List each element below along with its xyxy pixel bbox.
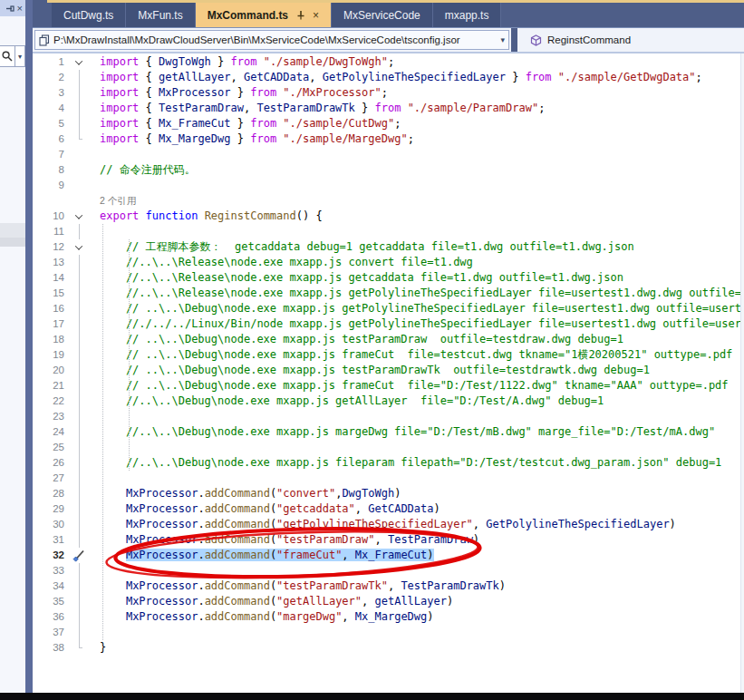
line-number: 25 bbox=[33, 440, 69, 455]
code-text bbox=[89, 563, 100, 578]
code-row: 11 bbox=[33, 224, 744, 239]
selected-code: MxProcessor.addCommand("frameCut", Mx_Fr… bbox=[126, 549, 434, 561]
fold-guide bbox=[69, 640, 89, 656]
fold-chevron-icon[interactable] bbox=[69, 239, 89, 255]
line-number: 38 bbox=[33, 640, 69, 656]
tab-mxapp-ts[interactable]: mxapp.ts bbox=[433, 3, 502, 27]
fold-guide bbox=[69, 332, 89, 347]
code-text: import { getAllLayer, GetCADData, GetPol… bbox=[89, 70, 702, 85]
fold-guide bbox=[69, 85, 89, 101]
pin-icon[interactable] bbox=[296, 10, 305, 20]
tabs: CutDwg.tsMxFun.tsMxCommand.ts×MxServiceC… bbox=[52, 3, 501, 27]
line-number: 13 bbox=[33, 255, 69, 270]
search-dropdown-caret[interactable]: ▾ bbox=[14, 46, 24, 66]
search-icon bbox=[1, 50, 14, 63]
code-text: import { DwgToWgh } from "./sample/DwgTo… bbox=[89, 54, 394, 70]
fold-guide bbox=[69, 424, 89, 440]
panel-list-row[interactable] bbox=[0, 238, 25, 247]
code-row: 37 bbox=[33, 625, 744, 640]
fold-guide bbox=[69, 409, 89, 424]
code-text: //..\..\Debug\node.exe mxapp.js getAllLa… bbox=[89, 394, 604, 409]
tool-panel-caption: × bbox=[0, 0, 25, 16]
tab-close-icon[interactable]: × bbox=[313, 9, 319, 22]
code-text bbox=[89, 471, 100, 486]
fold-guide bbox=[69, 316, 89, 332]
code-row: 13 //..\..\Release\node.exe mxapp.js con… bbox=[33, 255, 744, 270]
code-row: 24 //..\..\Debug\node.exe mxapp.js marge… bbox=[33, 424, 744, 440]
fold-guide bbox=[69, 147, 89, 162]
code-text: //..\..\Debug\node.exe mxapp.js margeDwg… bbox=[89, 424, 715, 440]
line-number: 30 bbox=[33, 517, 69, 532]
code-text bbox=[89, 440, 100, 455]
tab-mxfun-ts[interactable]: MxFun.ts bbox=[126, 3, 195, 27]
code-text: //..\..\Release\node.exe mxapp.js conver… bbox=[89, 255, 473, 270]
line-number: 11 bbox=[33, 224, 69, 239]
code-row: 26 //..\..\Debug\node.exe mxapp.js filep… bbox=[33, 455, 744, 471]
fold-chevron-icon[interactable] bbox=[69, 54, 89, 70]
code-row: 3import { MxProcessor } from "./MxProces… bbox=[33, 85, 744, 101]
fold-guide bbox=[69, 394, 89, 409]
line-number: 28 bbox=[33, 486, 69, 501]
fold-guide bbox=[69, 378, 89, 394]
line-number: 24 bbox=[33, 424, 69, 440]
line-number: 37 bbox=[33, 625, 69, 640]
fold-guide bbox=[69, 578, 89, 594]
code-row: 10export function ReginstCommand() { bbox=[33, 209, 744, 224]
indent-guide bbox=[102, 224, 103, 640]
indent-guide bbox=[129, 239, 130, 471]
tab-label: MxFun.ts bbox=[138, 9, 182, 22]
fold-guide bbox=[69, 286, 89, 301]
fold-chevron-icon[interactable] bbox=[69, 209, 89, 224]
code-text bbox=[89, 224, 100, 239]
tab-cutdwg-ts[interactable]: CutDwg.ts bbox=[52, 3, 126, 27]
panel-splitter[interactable] bbox=[25, 0, 33, 693]
code-editor[interactable]: 1import { DwgToWgh } from "./sample/DwgT… bbox=[33, 53, 744, 693]
document-path-dropdown[interactable]: P:\MxDrawInstall\MxDrawCloudServer\Bin\M… bbox=[34, 30, 509, 50]
code-text: MxProcessor.addCommand("getPolylineTheSp… bbox=[89, 517, 676, 532]
code-text bbox=[89, 409, 100, 424]
line-number: 1 bbox=[33, 54, 69, 70]
search-input[interactable]: ▾ bbox=[0, 45, 25, 67]
fold-guide bbox=[69, 563, 89, 578]
code-row: 23 bbox=[33, 409, 744, 424]
code-row: 16 // ..\..\Debug\node.exe mxapp.js getP… bbox=[33, 301, 744, 316]
editor-group: CutDwg.tsMxFun.tsMxCommand.ts×MxServiceC… bbox=[33, 0, 744, 693]
tab-label: MxCommand.ts bbox=[208, 9, 288, 22]
line-number: 2 bbox=[33, 70, 69, 85]
fold-guide bbox=[69, 517, 89, 532]
chevron-down-icon[interactable]: ▾ bbox=[498, 35, 505, 44]
code-row: 32 MxProcessor.addCommand("frameCut", Mx… bbox=[33, 548, 744, 563]
line-number: 33 bbox=[33, 563, 69, 578]
edit-pen-icon bbox=[72, 549, 86, 562]
code-row: 12 // 工程脚本参数： getcaddata debug=1 getcadd… bbox=[33, 239, 744, 255]
line-number: 34 bbox=[33, 578, 69, 594]
line-number: 18 bbox=[33, 332, 69, 347]
code-text: MxProcessor.addCommand("frameCut", Mx_Fr… bbox=[89, 548, 434, 563]
fold-guide bbox=[69, 224, 89, 239]
tab-mxservicecode[interactable]: MxServiceCode bbox=[332, 3, 433, 27]
code-row: 14 //..\..\Release\node.exe mxapp.js get… bbox=[33, 270, 744, 286]
document-path: P:\MxDrawInstall\MxDrawCloudServer\Bin\M… bbox=[53, 34, 460, 45]
code-row: 35 MxProcessor.addCommand("getAllLayer",… bbox=[33, 594, 744, 609]
member-name: ReginstCommand bbox=[547, 34, 631, 45]
fold-guide bbox=[69, 162, 89, 178]
line-number: 8 bbox=[33, 162, 69, 178]
fold-guide bbox=[69, 625, 89, 640]
panel-list-row[interactable] bbox=[0, 223, 25, 238]
line-number: 32 bbox=[33, 548, 69, 563]
close-icon[interactable]: × bbox=[17, 4, 23, 14]
code-text: // ..\..\Debug\node.exe mxapp.js testPar… bbox=[89, 332, 623, 347]
code-text: MxProcessor.addCommand("testParamDrawTk"… bbox=[89, 578, 506, 594]
member-dropdown[interactable]: ReginstCommand bbox=[530, 34, 631, 46]
line-number: 20 bbox=[33, 363, 69, 378]
code-row: 9 bbox=[33, 178, 744, 193]
tab-mxcommand-ts[interactable]: MxCommand.ts× bbox=[196, 3, 332, 27]
code-row: 30 MxProcessor.addCommand("getPolylineTh… bbox=[33, 517, 744, 532]
line-number: 6 bbox=[33, 131, 69, 147]
fold-guide bbox=[69, 347, 89, 363]
code-text: export function ReginstCommand() { bbox=[89, 209, 323, 224]
code-text: MxProcessor.addCommand("testParamDraw", … bbox=[89, 532, 479, 548]
pin-icon[interactable] bbox=[6, 5, 14, 13]
line-number: 4 bbox=[33, 101, 69, 116]
line-number: 22 bbox=[33, 394, 69, 409]
